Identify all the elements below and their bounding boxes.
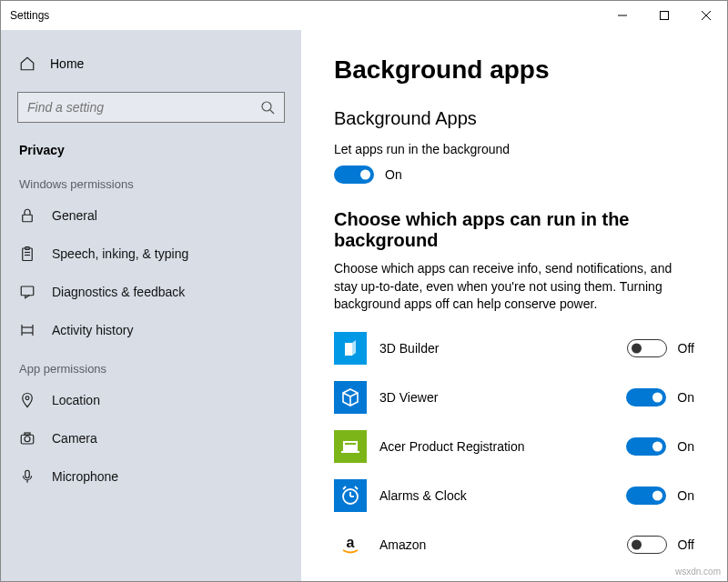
app-name: 3D Viewer	[379, 390, 613, 405]
window-title: Settings	[10, 9, 49, 22]
app-icon-amazon: a	[334, 528, 367, 561]
app-toggle-state: On	[677, 390, 694, 405]
nav-label: General	[52, 208, 97, 223]
app-row-3d-builder: 3D Builder Off	[334, 332, 694, 365]
app-toggle-acer[interactable]	[626, 437, 666, 456]
feedback-icon	[19, 284, 35, 300]
svg-point-16	[25, 396, 29, 400]
nav-label: Camera	[52, 431, 97, 446]
maximize-button[interactable]	[643, 1, 685, 30]
svg-point-18	[25, 436, 30, 442]
app-toggle-state: Off	[678, 341, 694, 356]
app-name: Acer Product Registration	[379, 439, 613, 454]
app-name: 3D Builder	[379, 341, 614, 356]
master-toggle[interactable]	[334, 166, 374, 184]
nav-speech[interactable]: Speech, inking, & typing	[1, 235, 301, 273]
section-heading-choose-apps: Choose which apps can run in the backgro…	[334, 209, 694, 251]
nav-activity[interactable]: Activity history	[1, 311, 301, 349]
lock-icon	[19, 207, 35, 224]
sidebar: Home Privacy Windows permissions General	[1, 30, 301, 581]
app-row-amazon: a Amazon Off	[334, 528, 694, 561]
minimize-button[interactable]	[602, 1, 643, 30]
app-row-alarms: Alarms & Clock On	[334, 479, 694, 512]
history-icon	[19, 322, 35, 338]
nav-camera[interactable]: Camera	[1, 419, 301, 457]
svg-point-4	[262, 102, 271, 111]
home-nav[interactable]: Home	[1, 48, 301, 79]
master-toggle-state: On	[385, 167, 402, 182]
group-app-permissions: App permissions	[1, 349, 301, 381]
home-icon	[19, 55, 35, 72]
master-toggle-label: Let apps run in the background	[334, 142, 694, 156]
app-toggle-3d-builder[interactable]	[627, 339, 667, 357]
nav-diagnostics[interactable]: Diagnostics & feedback	[1, 273, 301, 311]
titlebar: Settings	[1, 1, 727, 30]
app-toggle-amazon[interactable]	[627, 536, 667, 554]
svg-rect-19	[25, 433, 30, 435]
svg-text:a: a	[347, 535, 355, 550]
search-icon	[260, 100, 275, 115]
nav-location[interactable]: Location	[1, 381, 301, 419]
svg-line-29	[343, 487, 346, 489]
clipboard-icon	[19, 246, 35, 262]
svg-rect-24	[345, 443, 356, 445]
app-name: Amazon	[379, 537, 614, 552]
svg-rect-20	[25, 470, 30, 477]
nav-label: Activity history	[52, 323, 133, 337]
home-label: Home	[50, 56, 84, 71]
app-name: Alarms & Clock	[379, 488, 613, 503]
nav-microphone[interactable]: Microphone	[1, 457, 301, 496]
app-icon-3d-viewer	[334, 381, 367, 414]
search-box[interactable]	[17, 92, 285, 123]
location-icon	[19, 392, 35, 408]
svg-rect-6	[23, 215, 33, 222]
nav-label: Diagnostics & feedback	[52, 285, 185, 299]
microphone-icon	[19, 468, 35, 485]
app-icon-acer	[334, 430, 367, 463]
section-description: Choose which apps can receive info, send…	[334, 260, 694, 314]
app-toggle-state: On	[677, 439, 694, 454]
app-toggle-alarms[interactable]	[626, 487, 666, 505]
app-toggle-3d-viewer[interactable]	[626, 388, 666, 406]
app-row-acer: Acer Product Registration On	[334, 430, 694, 463]
app-list: 3D Builder Off 3D Viewer On	[334, 332, 694, 561]
nav-label: Speech, inking, & typing	[52, 246, 188, 261]
svg-rect-25	[341, 451, 359, 453]
section-heading-background-apps: Background Apps	[334, 108, 694, 129]
svg-rect-11	[21, 286, 34, 296]
nav-general[interactable]: General	[1, 196, 301, 235]
app-row-3d-viewer: 3D Viewer On	[334, 381, 694, 414]
nav-label: Microphone	[52, 469, 118, 484]
svg-line-5	[270, 110, 274, 114]
svg-rect-23	[343, 441, 358, 451]
page-title: Background apps	[334, 55, 694, 85]
nav-label: Location	[52, 393, 100, 407]
app-icon-alarms	[334, 479, 367, 512]
svg-line-30	[355, 487, 358, 489]
app-toggle-state: Off	[678, 537, 694, 552]
close-button[interactable]	[685, 1, 727, 30]
app-toggle-state: On	[677, 488, 694, 503]
main-content: Background apps Background Apps Let apps…	[301, 30, 727, 581]
camera-icon	[19, 430, 35, 447]
svg-rect-1	[661, 12, 669, 20]
app-icon-3d-builder	[334, 332, 367, 365]
group-windows-permissions: Windows permissions	[1, 165, 301, 196]
search-input[interactable]	[27, 100, 260, 115]
section-current: Privacy	[1, 135, 301, 165]
